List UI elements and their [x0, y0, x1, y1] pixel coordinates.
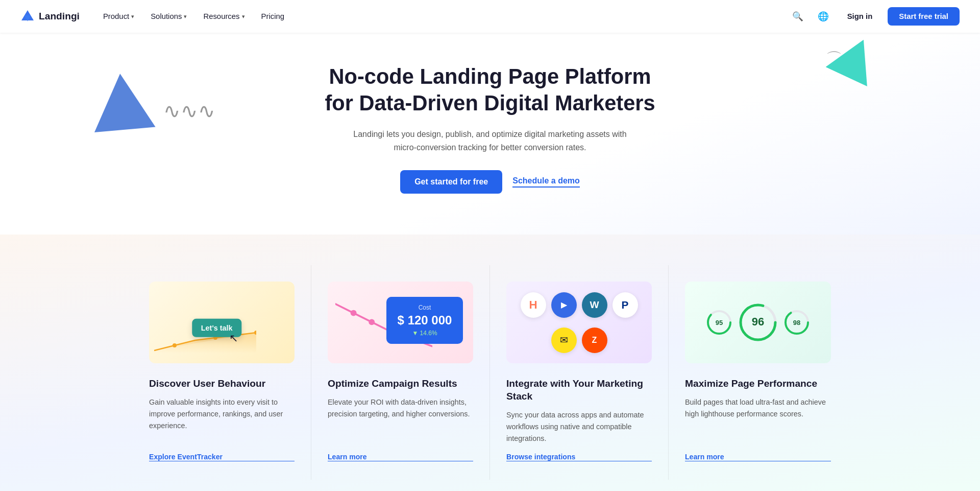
feature-title-performance: Maximize Page Performance: [685, 378, 831, 390]
hero-title: No-code Landing Page Platform for Data-D…: [325, 63, 655, 116]
integration-icon-activecampaign: ▶: [551, 292, 577, 318]
cost-label: Cost: [397, 304, 453, 311]
decorative-wave: ∿∿∿: [163, 99, 215, 123]
feature-card-performance: 95 96 98 Ma: [669, 265, 847, 480]
hero-section: ∿∿∿ ⌒ No-code Landing Page Platform for …: [0, 33, 980, 235]
sign-in-button[interactable]: Sign in: [840, 8, 880, 25]
feature-link-integrations[interactable]: Browse integrations: [506, 453, 652, 461]
cursor-icon: ↖: [229, 332, 238, 344]
feature-desc-behaviour: Gain valuable insights into every visit …: [149, 396, 295, 445]
brand-name: Landingi: [39, 11, 80, 22]
language-button[interactable]: 🌐: [815, 8, 832, 25]
svg-text:95: 95: [716, 319, 723, 326]
cost-box: Cost $ 120 000 ▼ 14.6%: [386, 297, 463, 344]
integration-icon-hubspot: H: [521, 292, 546, 318]
svg-point-7: [369, 319, 375, 325]
integration-icon-mailchimp: ✉: [551, 328, 577, 353]
nav-link-resources[interactable]: Resources ▾: [196, 8, 252, 25]
feature-visual-campaign: Cost $ 120 000 ▼ 14.6%: [328, 282, 473, 363]
chevron-down-icon: ▾: [184, 13, 187, 20]
score-ring-96: 96: [738, 302, 778, 343]
feature-card-behaviour: Let's talk ↖ Discover User Behaviour Gai…: [133, 265, 311, 480]
svg-point-6: [351, 310, 357, 316]
feature-visual-integrations: H ▶ W P ✉ Z: [506, 282, 652, 363]
score-ring-98: 98: [783, 309, 810, 336]
search-button[interactable]: 🔍: [789, 8, 806, 25]
feature-card-integrations: H ▶ W P ✉ Z Integrate with Your Marketin…: [490, 265, 669, 480]
start-trial-button[interactable]: Start free trial: [888, 7, 960, 26]
navbar: Landingi Product ▾ Solutions ▾ Resources…: [0, 0, 980, 33]
chevron-down-icon: ▾: [131, 13, 134, 20]
chevron-down-icon: ▾: [242, 13, 245, 20]
feature-desc-campaign: Elevate your ROI with data-driven insigh…: [328, 396, 473, 445]
nav-right: 🔍 🌐 Sign in Start free trial: [789, 7, 960, 26]
nav-left: Landingi Product ▾ Solutions ▾ Resources…: [20, 8, 291, 25]
feature-title-campaign: Optimize Campaign Results: [328, 378, 473, 390]
features-section: Let's talk ↖ Discover User Behaviour Gai…: [0, 235, 980, 491]
score-ring-95: 95: [706, 309, 732, 336]
nav-links: Product ▾ Solutions ▾ Resources ▾ Pricin…: [96, 8, 291, 25]
nav-link-product[interactable]: Product ▾: [96, 8, 141, 25]
svg-point-3: [173, 343, 177, 347]
feature-visual-performance: 95 96 98: [685, 282, 831, 363]
cost-value: $ 120 000: [397, 313, 453, 328]
feature-link-campaign[interactable]: Learn more: [328, 453, 473, 461]
integration-icon-zapier: Z: [582, 328, 607, 353]
integration-icon-wordpress: W: [582, 292, 607, 318]
hero-actions: Get started for free Schedule a demo: [400, 170, 580, 194]
feature-title-integrations: Integrate with Your Marketing Stack: [506, 378, 652, 403]
decorative-triangle: [89, 71, 155, 132]
cost-change: ▼ 14.6%: [397, 330, 453, 337]
nav-link-pricing[interactable]: Pricing: [254, 8, 291, 25]
feature-visual-behaviour: Let's talk ↖: [149, 282, 295, 363]
hero-subtitle: Landingi lets you design, publish, and o…: [352, 128, 628, 154]
feature-desc-performance: Build pages that load ultra-fast and ach…: [685, 396, 831, 445]
svg-text:96: 96: [752, 315, 764, 328]
decorative-curl: ⌒: [826, 48, 842, 71]
logo-icon: [20, 9, 35, 24]
feature-title-behaviour: Discover User Behaviour: [149, 378, 295, 390]
feature-link-performance[interactable]: Learn more: [685, 453, 831, 461]
feature-card-campaign: Cost $ 120 000 ▼ 14.6% Optimize Campaign…: [311, 265, 490, 480]
feature-desc-integrations: Sync your data across apps and automate …: [506, 409, 652, 445]
integration-icon-paypal: P: [612, 292, 638, 318]
feature-link-behaviour[interactable]: Explore EventTracker: [149, 453, 295, 461]
nav-link-solutions[interactable]: Solutions ▾: [143, 8, 194, 25]
get-started-button[interactable]: Get started for free: [400, 170, 502, 194]
schedule-demo-button[interactable]: Schedule a demo: [512, 176, 580, 188]
features-grid: Let's talk ↖ Discover User Behaviour Gai…: [133, 265, 847, 480]
svg-text:98: 98: [793, 319, 800, 326]
